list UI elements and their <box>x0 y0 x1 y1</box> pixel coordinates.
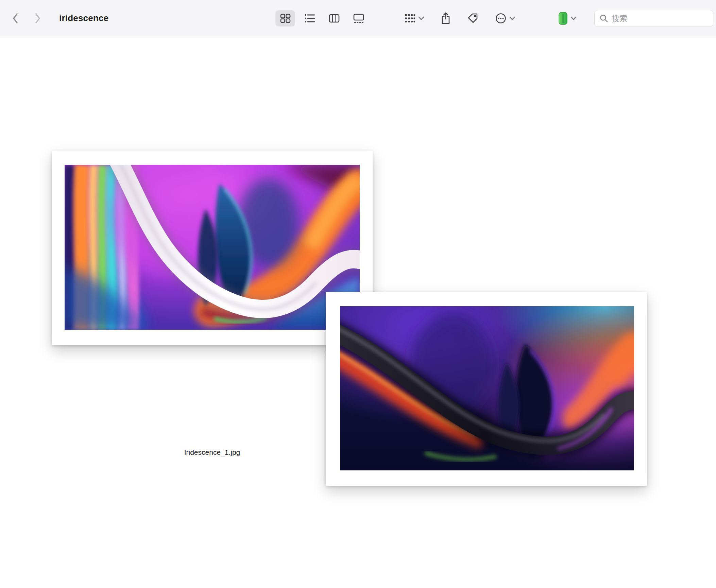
back-button[interactable] <box>12 13 19 24</box>
gallery-view-icon <box>353 13 364 23</box>
iridescence-2-artwork <box>340 306 634 470</box>
file-thumbnail-iridescence-1[interactable] <box>52 151 373 345</box>
group-by-icon <box>404 13 415 23</box>
view-switcher <box>275 0 369 36</box>
chevron-down-icon <box>570 16 577 20</box>
ellipsis-circle-icon <box>495 13 507 24</box>
forward-button[interactable] <box>34 13 41 24</box>
iridescence-1-artwork <box>65 165 360 330</box>
view-columns-button[interactable] <box>324 10 344 27</box>
icon-view-grid-icon <box>279 13 291 23</box>
column-view-icon <box>328 13 340 23</box>
tag-icon <box>467 13 479 24</box>
list-view-icon <box>304 13 316 23</box>
file-thumbnail-iridescence-2[interactable] <box>326 292 647 486</box>
group-by-button[interactable] <box>404 13 424 23</box>
view-list-button[interactable] <box>300 10 320 27</box>
chevron-right-icon <box>34 13 41 24</box>
search-input[interactable] <box>612 14 712 23</box>
nav-buttons <box>12 0 41 36</box>
toolbar: iridescence <box>0 0 716 36</box>
volume-button[interactable] <box>558 0 577 36</box>
file-browser-canvas: Iridescence_1.jpg Iridescence_2.jpg <box>0 36 716 588</box>
tag-button[interactable] <box>467 13 479 24</box>
chevron-left-icon <box>12 13 19 24</box>
search-field[interactable] <box>594 10 713 27</box>
share-button[interactable] <box>441 12 451 25</box>
share-icon <box>441 12 451 25</box>
more-options-button[interactable] <box>495 13 515 24</box>
chevron-down-icon <box>418 16 424 20</box>
view-gallery-button[interactable] <box>349 10 369 27</box>
file-name-label[interactable]: Iridescence_1.jpg <box>52 448 373 456</box>
toolbar-actions <box>404 0 515 36</box>
search-icon <box>599 14 608 23</box>
green-volume-icon <box>558 12 568 25</box>
page-title: iridescence <box>59 0 108 36</box>
chevron-down-icon <box>509 16 515 20</box>
view-icons-button[interactable] <box>275 10 295 27</box>
